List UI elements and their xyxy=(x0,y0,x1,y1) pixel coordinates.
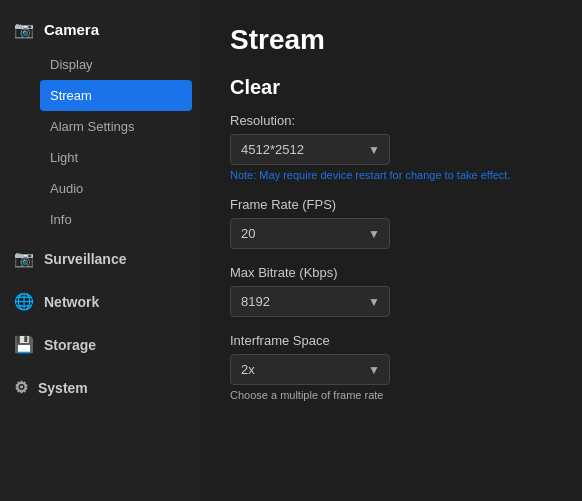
network-icon: 🌐 xyxy=(14,292,34,311)
interframe-select-wrapper: 1x 2x 3x 4x ▼ xyxy=(230,354,390,385)
bitrate-select[interactable]: 512 1024 2048 4096 8192 xyxy=(230,286,390,317)
framerate-select-wrapper: 5 10 15 20 25 30 ▼ xyxy=(230,218,390,249)
sidebar-item-alarm-settings[interactable]: Alarm Settings xyxy=(40,111,200,142)
surveillance-icon: 📷 xyxy=(14,249,34,268)
bitrate-label: Max Bitrate (Kbps) xyxy=(230,265,552,280)
page-title: Stream xyxy=(230,24,552,56)
sidebar-camera-label: Camera xyxy=(44,21,99,38)
sidebar-section-storage-label: Storage xyxy=(44,337,96,353)
resolution-field-group: Resolution: 4512*2512 2256*1256 1920*108… xyxy=(230,113,552,181)
sidebar-item-audio[interactable]: Audio xyxy=(40,173,200,204)
sidebar-section-surveillance-label: Surveillance xyxy=(44,251,127,267)
resolution-select[interactable]: 4512*2512 2256*1256 1920*1080 1280*720 xyxy=(230,134,390,165)
sidebar-section-storage[interactable]: 💾 Storage xyxy=(0,325,200,364)
sidebar: 📷 Camera Display Stream Alarm Settings L… xyxy=(0,0,200,501)
framerate-select[interactable]: 5 10 15 20 25 30 xyxy=(230,218,390,249)
framerate-field-group: Frame Rate (FPS) 5 10 15 20 25 30 ▼ xyxy=(230,197,552,249)
camera-icon: 📷 xyxy=(14,20,34,39)
sidebar-section-surveillance[interactable]: 📷 Surveillance xyxy=(0,239,200,278)
sidebar-item-light[interactable]: Light xyxy=(40,142,200,173)
interframe-select[interactable]: 1x 2x 3x 4x xyxy=(230,354,390,385)
main-content: Stream Clear Resolution: 4512*2512 2256*… xyxy=(200,0,582,501)
framerate-label: Frame Rate (FPS) xyxy=(230,197,552,212)
interframe-label: Interframe Space xyxy=(230,333,552,348)
sidebar-camera-section: 📷 Camera xyxy=(0,10,200,49)
sidebar-section-network[interactable]: 🌐 Network xyxy=(0,282,200,321)
resolution-note: Note: May require device restart for cha… xyxy=(230,169,552,181)
sidebar-item-info[interactable]: Info xyxy=(40,204,200,235)
resolution-select-wrapper: 4512*2512 2256*1256 1920*1080 1280*720 ▼ xyxy=(230,134,390,165)
storage-icon: 💾 xyxy=(14,335,34,354)
bitrate-select-wrapper: 512 1024 2048 4096 8192 ▼ xyxy=(230,286,390,317)
sidebar-section-system[interactable]: ⚙ System xyxy=(0,368,200,407)
interframe-field-group: Interframe Space 1x 2x 3x 4x ▼ Choose a … xyxy=(230,333,552,401)
section-title: Clear xyxy=(230,76,552,99)
sidebar-section-network-label: Network xyxy=(44,294,99,310)
sidebar-item-display[interactable]: Display xyxy=(40,49,200,80)
sidebar-section-system-label: System xyxy=(38,380,88,396)
resolution-label: Resolution: xyxy=(230,113,552,128)
interframe-note: Choose a multiple of frame rate xyxy=(230,389,552,401)
bitrate-field-group: Max Bitrate (Kbps) 512 1024 2048 4096 81… xyxy=(230,265,552,317)
sidebar-sub-items: Display Stream Alarm Settings Light Audi… xyxy=(0,49,200,235)
system-icon: ⚙ xyxy=(14,378,28,397)
sidebar-item-stream[interactable]: Stream xyxy=(40,80,192,111)
